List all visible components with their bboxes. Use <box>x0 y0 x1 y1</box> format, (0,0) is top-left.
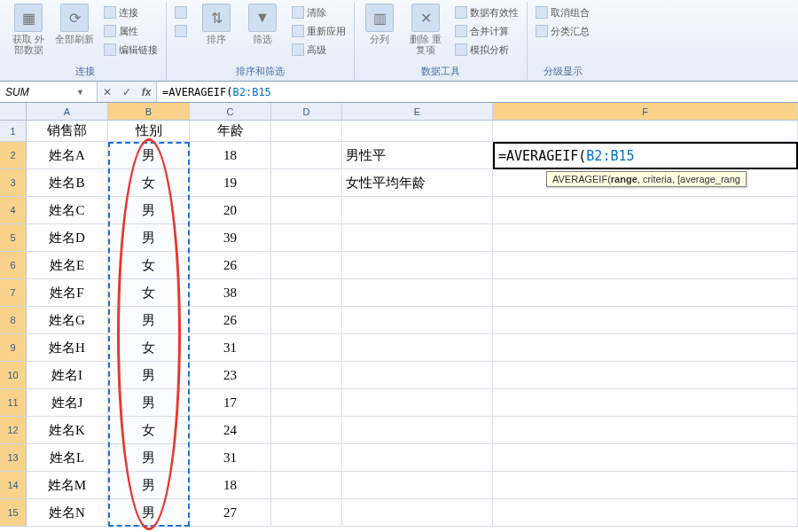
cell[interactable] <box>271 417 342 444</box>
cell[interactable]: 姓名G <box>27 307 108 334</box>
cell[interactable]: 男 <box>108 472 190 499</box>
data-validation-item[interactable]: 数据有效性 <box>452 4 521 21</box>
cell[interactable] <box>493 472 798 499</box>
cancel-formula-button[interactable]: ✕ <box>98 86 117 98</box>
properties-item[interactable]: 属性 <box>101 22 160 40</box>
cell[interactable]: 销售部 <box>27 121 108 142</box>
cell[interactable] <box>271 334 342 362</box>
cell[interactable]: 男 <box>108 444 190 472</box>
cell[interactable]: 姓名N <box>27 499 108 527</box>
row-header[interactable]: 15 <box>0 499 27 527</box>
cell[interactable]: 31 <box>190 444 271 472</box>
cell[interactable]: 姓名J <box>27 389 108 417</box>
cell[interactable]: 姓名D <box>27 224 108 252</box>
confirm-formula-button[interactable]: ✓ <box>117 86 137 98</box>
cell[interactable] <box>271 444 342 472</box>
row-header[interactable]: 10 <box>0 362 27 389</box>
cell[interactable] <box>271 224 342 252</box>
cell[interactable]: 姓名A <box>27 142 108 169</box>
col-header-a[interactable]: A <box>27 103 108 121</box>
cell[interactable]: 23 <box>190 362 271 389</box>
row-header[interactable]: 4 <box>0 197 27 224</box>
col-header-f[interactable]: F <box>493 103 798 121</box>
cell[interactable] <box>271 197 342 224</box>
cell[interactable] <box>493 252 798 279</box>
row-header[interactable]: 6 <box>0 252 27 279</box>
cell[interactable]: 女 <box>108 252 190 279</box>
cell[interactable]: 姓名B <box>27 169 108 197</box>
whatif-item[interactable]: 模拟分析 <box>452 41 521 59</box>
row-header[interactable]: 14 <box>0 472 27 499</box>
cell[interactable]: 26 <box>190 252 271 279</box>
cell[interactable]: 27 <box>190 499 271 527</box>
cell[interactable] <box>271 389 342 417</box>
cell[interactable]: 男 <box>108 389 190 417</box>
col-header-e[interactable]: E <box>342 103 493 121</box>
refresh-all-button[interactable]: ⟳ 全部刷新 <box>55 4 94 44</box>
cell[interactable]: 18 <box>190 472 271 499</box>
cell[interactable]: 女 <box>108 169 190 197</box>
row-header[interactable]: 8 <box>0 307 27 334</box>
row-header[interactable]: 7 <box>0 279 27 307</box>
col-header-c[interactable]: C <box>190 103 271 121</box>
row-header[interactable]: 5 <box>0 224 27 252</box>
cells-area[interactable]: 销售部 性别 年龄 姓名A 男 18 男性平 姓名B 女 19 女性平均年龄 姓… <box>27 121 798 527</box>
cell[interactable]: 姓名C <box>27 197 108 224</box>
cell[interactable]: 男性平 <box>342 142 493 169</box>
cell[interactable] <box>271 252 342 279</box>
sort-asc-button[interactable] <box>172 4 190 21</box>
cell[interactable] <box>493 444 798 472</box>
cell[interactable]: 男 <box>108 307 190 334</box>
cell[interactable] <box>342 307 493 334</box>
cell[interactable]: 男 <box>108 362 190 389</box>
filter-button[interactable]: ▼ 筛选 <box>243 4 282 44</box>
cell[interactable]: 31 <box>190 334 271 362</box>
subtotal-item[interactable]: 分类汇总 <box>533 22 592 40</box>
advanced-item[interactable]: 高级 <box>289 41 348 59</box>
remove-duplicates-button[interactable]: ✕ 删除 重复项 <box>406 4 445 55</box>
cell[interactable]: 19 <box>190 169 271 197</box>
cell[interactable] <box>493 121 798 142</box>
cell[interactable]: 姓名E <box>27 252 108 279</box>
col-header-d[interactable]: D <box>271 103 342 121</box>
cell[interactable] <box>342 472 493 499</box>
cell[interactable]: 姓名M <box>27 472 108 499</box>
cell[interactable] <box>342 417 493 444</box>
cell[interactable]: 39 <box>190 224 271 252</box>
cell[interactable] <box>493 224 798 252</box>
cell[interactable]: 38 <box>190 279 271 307</box>
col-header-b[interactable]: B <box>108 103 190 121</box>
cell[interactable] <box>493 362 798 389</box>
row-header[interactable]: 1 <box>0 121 27 142</box>
cell[interactable]: 姓名H <box>27 334 108 362</box>
get-external-data-button[interactable]: ▦ 获取 外部数据 <box>9 4 48 55</box>
cell[interactable]: 男 <box>108 142 190 169</box>
cell[interactable]: 年龄 <box>190 121 271 142</box>
cell[interactable] <box>342 389 493 417</box>
select-all-corner[interactable] <box>0 103 27 121</box>
cell[interactable]: 17 <box>190 389 271 417</box>
name-box-input[interactable] <box>5 86 76 98</box>
insert-function-button[interactable]: fx <box>137 86 156 98</box>
cell[interactable]: 20 <box>190 197 271 224</box>
row-header[interactable]: 3 <box>0 169 27 197</box>
cell[interactable] <box>342 444 493 472</box>
cell[interactable] <box>493 197 798 224</box>
sort-desc-button[interactable] <box>172 22 190 40</box>
cell[interactable] <box>271 121 342 142</box>
cell[interactable]: 女 <box>108 417 190 444</box>
cell[interactable]: 姓名L <box>27 444 108 472</box>
cell[interactable]: 男 <box>108 224 190 252</box>
name-box[interactable]: ▼ <box>0 82 98 102</box>
cell[interactable]: 26 <box>190 307 271 334</box>
ungroup-item[interactable]: 取消组合 <box>533 4 592 21</box>
cell[interactable] <box>342 499 493 527</box>
edit-links-item[interactable]: 编辑链接 <box>101 41 160 59</box>
row-header[interactable]: 11 <box>0 389 27 417</box>
cell[interactable]: 性别 <box>108 121 190 142</box>
connections-item[interactable]: 连接 <box>101 4 160 21</box>
cell[interactable] <box>342 197 493 224</box>
cell[interactable] <box>342 362 493 389</box>
cell[interactable]: 18 <box>190 142 271 169</box>
cell[interactable] <box>271 169 342 197</box>
